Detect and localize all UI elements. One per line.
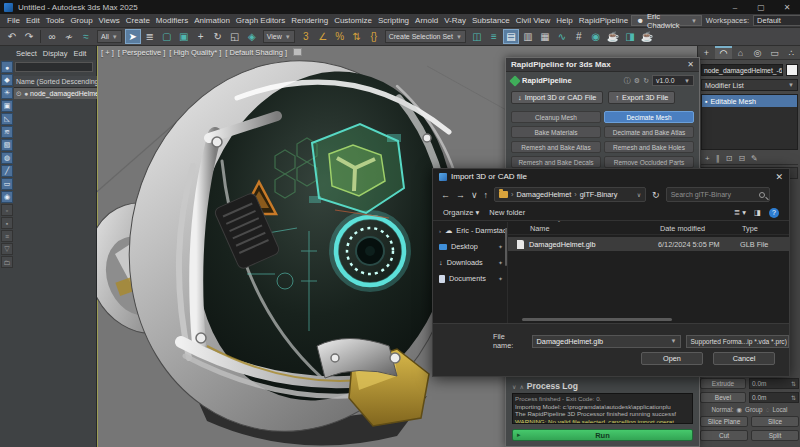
version-dropdown[interactable]: v1.0.0▼ bbox=[652, 75, 694, 86]
new-folder-button[interactable]: New folder bbox=[489, 208, 525, 217]
breadcrumb-damagedhelmet[interactable]: DamagedHelmet bbox=[517, 190, 572, 199]
menu-create[interactable]: Create bbox=[123, 16, 153, 25]
cut-button[interactable]: Cut bbox=[700, 430, 748, 441]
forward-icon[interactable]: → bbox=[456, 190, 465, 200]
material-editor-icon[interactable]: ◉ bbox=[588, 29, 604, 44]
preset-cleanup-mesh[interactable]: Cleanup Mesh bbox=[511, 111, 601, 123]
scene-search-input[interactable] bbox=[15, 62, 93, 72]
rapidpipeline-titlebar[interactable]: RapidPipeline for 3ds Max ✕ bbox=[506, 58, 699, 72]
filter-shapes-icon[interactable]: ◆ bbox=[1, 74, 13, 86]
scene-explorer-toggle-icon[interactable]: ▤ bbox=[503, 29, 519, 44]
scale-icon[interactable]: ◱ bbox=[227, 29, 243, 44]
collapse-icon[interactable]: ∨ bbox=[512, 383, 516, 390]
pin-stack-icon[interactable]: + bbox=[705, 154, 710, 163]
preset-remesh-bake-decals[interactable]: Remesh and Bake Decals bbox=[511, 156, 601, 168]
menu-edit[interactable]: Edit bbox=[23, 16, 43, 25]
rendered-frame-icon[interactable]: ◨ bbox=[622, 29, 638, 44]
stack-item-editable-mesh[interactable]: ▪ Editable Mesh bbox=[702, 95, 797, 107]
render-setup-icon[interactable]: ☕ bbox=[605, 29, 621, 44]
layer-explorer-icon[interactable]: ▥ bbox=[520, 29, 536, 44]
user-account-button[interactable]: ☻ Eric Chadwick ▼ bbox=[631, 15, 702, 26]
close-button[interactable]: ✕ bbox=[774, 0, 800, 14]
tab-modify[interactable]: ◠ bbox=[715, 46, 732, 59]
unlink-selection-icon[interactable]: ≁ bbox=[61, 29, 77, 44]
import-dialog-titlebar[interactable]: Import 3D or CAD file ✕ bbox=[433, 169, 789, 184]
filter-cameras-icon[interactable]: ▣ bbox=[1, 100, 13, 112]
visibility-eye-icon[interactable]: ⊙ bbox=[16, 90, 22, 98]
export-3d-button[interactable]: ↑ Export 3D File bbox=[608, 91, 675, 104]
back-icon[interactable]: ← bbox=[441, 190, 450, 200]
expand-icon[interactable]: ∧ bbox=[519, 383, 523, 390]
column-date-modified[interactable]: Date modified bbox=[660, 224, 742, 233]
viewport-color-swatch[interactable] bbox=[293, 48, 302, 56]
close-icon[interactable]: ✕ bbox=[687, 60, 694, 69]
menu-rendering[interactable]: Rendering bbox=[288, 16, 331, 25]
remove-modifier-icon[interactable]: ⊟ bbox=[738, 154, 745, 163]
scene-node-row[interactable]: ⊙ ● node_damagedHelmet bbox=[14, 88, 97, 99]
filter-containers-icon[interactable]: ▭ bbox=[1, 178, 13, 190]
up-icon[interactable]: ↑ bbox=[484, 190, 489, 200]
move-icon[interactable]: + bbox=[193, 29, 209, 44]
view-mode-icon[interactable]: ≣ ▾ bbox=[734, 208, 746, 217]
organize-menu[interactable]: Organize ▾ bbox=[443, 208, 479, 217]
help-icon[interactable]: ? bbox=[769, 208, 779, 218]
breadcrumb-gltf-binary[interactable]: glTF-Binary bbox=[580, 190, 618, 199]
tab-hierarchy[interactable]: ⌂ bbox=[732, 46, 749, 59]
schematic-view-icon[interactable]: # bbox=[571, 29, 587, 44]
workspace-select[interactable]: Default ▼ bbox=[753, 15, 800, 26]
viewport-menu-quality[interactable]: [ High Quality* ] bbox=[169, 48, 221, 57]
file-type-filter-dropdown[interactable]: Supported Forma...ip *.vda *.prc)▼ bbox=[686, 335, 789, 348]
make-unique-icon[interactable]: ⊡ bbox=[726, 154, 733, 163]
slice-plane-button[interactable]: Slice Plane bbox=[700, 416, 748, 427]
named-selection-set-field[interactable]: Create Selection Set▼ bbox=[385, 30, 466, 43]
se-menu-edit[interactable]: Edit bbox=[73, 49, 86, 58]
column-type[interactable]: Type bbox=[742, 224, 789, 233]
undo-icon[interactable]: ↶ bbox=[4, 29, 20, 44]
close-icon[interactable]: ✕ bbox=[775, 172, 783, 182]
percent-snap-icon[interactable]: % bbox=[332, 29, 348, 44]
angle-snap-icon[interactable]: ∠ bbox=[315, 29, 331, 44]
menu-substance[interactable]: Substance bbox=[469, 16, 513, 25]
sidebar-onedrive[interactable]: ›☁ Eric - Darmstad bbox=[439, 226, 505, 235]
menu-civil-view[interactable]: Civil View bbox=[513, 16, 554, 25]
bevel-button[interactable]: Bevel bbox=[700, 392, 746, 403]
filter-bones-icon[interactable]: ╱ bbox=[1, 165, 13, 177]
filter-groups-icon[interactable]: ▧ bbox=[1, 139, 13, 151]
open-button[interactable]: Open bbox=[641, 352, 703, 365]
object-name-field[interactable]: node_damagedHelmet_-6514 bbox=[701, 64, 783, 76]
configure-modifier-icon[interactable]: ✎ bbox=[751, 154, 758, 163]
minimize-button[interactable]: – bbox=[722, 0, 748, 14]
horizontal-scrollbar[interactable] bbox=[522, 318, 672, 321]
selection-filter-dropdown[interactable]: All▼ bbox=[97, 30, 122, 43]
filter-xrefs-icon[interactable]: ◍ bbox=[1, 152, 13, 164]
filter-hidden-icon[interactable]: ▪ bbox=[1, 217, 13, 229]
menu-views[interactable]: Views bbox=[96, 16, 123, 25]
se-menu-select[interactable]: Select bbox=[16, 49, 37, 58]
tab-motion[interactable]: ◎ bbox=[749, 46, 766, 59]
scene-sort-header[interactable]: Name (Sorted Descending) bbox=[14, 76, 97, 88]
filter-folder-icon[interactable]: 🗀 bbox=[1, 256, 13, 268]
import-3d-cad-button[interactable]: ↓ Import 3D or CAD File bbox=[511, 91, 603, 104]
menu-vray[interactable]: V-Ray bbox=[441, 16, 469, 25]
filter-lights-icon[interactable]: ☀ bbox=[1, 87, 13, 99]
select-object-icon[interactable]: ➤ bbox=[125, 29, 141, 44]
preset-bake-materials[interactable]: Bake Materials bbox=[511, 126, 601, 138]
viewport-menu-pov[interactable]: [ Perspective ] bbox=[118, 48, 166, 57]
slice-button[interactable]: Slice bbox=[751, 416, 799, 427]
modifier-list-dropdown[interactable]: Modifier List▼ bbox=[701, 79, 798, 91]
menu-help[interactable]: Help bbox=[553, 16, 575, 25]
address-bar[interactable]: › DamagedHelmet › glTF-Binary ∨ bbox=[494, 187, 646, 202]
filter-helpers-icon[interactable]: ◺ bbox=[1, 113, 13, 125]
preset-decimate-mesh[interactable]: Decimate Mesh bbox=[604, 111, 694, 123]
reference-coordinate-dropdown[interactable]: View▼ bbox=[263, 30, 295, 43]
window-crossing-icon[interactable]: ▣ bbox=[176, 29, 192, 44]
ribbon-toggle-icon[interactable]: ▦ bbox=[537, 29, 553, 44]
select-and-link-icon[interactable]: ∞ bbox=[44, 29, 60, 44]
recent-locations-icon[interactable]: ∨ bbox=[471, 190, 478, 200]
menu-graph-editors[interactable]: Graph Editors bbox=[233, 16, 288, 25]
bind-to-spacewarp-icon[interactable]: ≈ bbox=[78, 29, 94, 44]
filter-funnel-icon[interactable]: ▽ bbox=[1, 243, 13, 255]
menu-modifiers[interactable]: Modifiers bbox=[153, 16, 191, 25]
normal-local-radio[interactable]: ◌ bbox=[766, 406, 770, 413]
refresh-icon[interactable]: ↻ bbox=[643, 77, 649, 85]
